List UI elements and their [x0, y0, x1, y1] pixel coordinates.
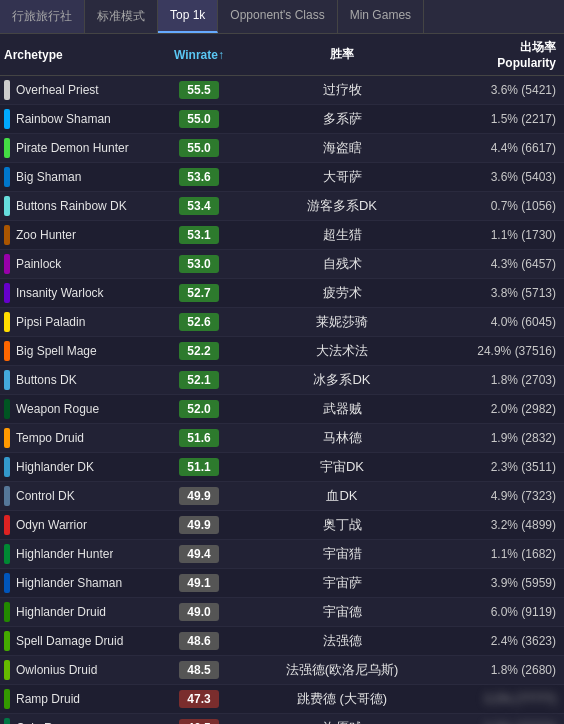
winrate-badge: 52.1 [179, 371, 219, 389]
winrate-cell: 51.6 [164, 429, 234, 447]
table-row[interactable]: Odyn Warrior49.9奥丁战3.2% (4899) [0, 511, 564, 540]
chinese-name-cell: 宇宙萨 [234, 574, 450, 592]
chinese-name-cell: 法强德(欧洛尼乌斯) [234, 661, 450, 679]
table-row[interactable]: Insanity Warlock52.7疲劳术3.8% (5713) [0, 279, 564, 308]
archetype-name: Odyn Warrior [16, 518, 87, 532]
winrate-cell: 49.9 [164, 487, 234, 505]
table-row[interactable]: Zoo Hunter53.1超生猎1.1% (1730) [0, 221, 564, 250]
table-row[interactable]: Painlock53.0自残术4.3% (6457) [0, 250, 564, 279]
table-row[interactable]: Owlonius Druid48.5法强德(欧洛尼乌斯)1.8% (2680) [0, 656, 564, 685]
table-row[interactable]: Highlander DK51.1宇宙DK2.3% (3511) [0, 453, 564, 482]
winrate-badge: 49.9 [179, 516, 219, 534]
table-row[interactable]: Highlander Druid49.0宇宙德6.0% (9119) [0, 598, 564, 627]
archetype-name: Painlock [16, 257, 61, 271]
color-bar [4, 138, 10, 158]
tab-opponent-class[interactable]: Opponent's Class [218, 0, 337, 33]
chinese-name-cell: 大法术法 [234, 342, 450, 360]
color-bar [4, 718, 10, 724]
archetype-cell: Zoo Hunter [4, 225, 164, 245]
popularity-cell: 3.6% (5421) [450, 83, 560, 97]
winrate-cell: 53.4 [164, 197, 234, 215]
color-bar [4, 399, 10, 419]
color-bar [4, 660, 10, 680]
winrate-badge: 55.0 [179, 139, 219, 157]
header-chinese: 胜率 [234, 46, 450, 63]
archetype-name: Highlander Shaman [16, 576, 122, 590]
tab-standard[interactable]: 标准模式 [85, 0, 158, 33]
winrate-cell: 53.0 [164, 255, 234, 273]
table-row[interactable]: Coin Rogue46.5许愿贼3.2% (?????) [0, 714, 564, 724]
color-bar [4, 370, 10, 390]
popularity-cell: 3.6% (5403) [450, 170, 560, 184]
popularity-cell: 3.9% (5959) [450, 576, 560, 590]
color-bar [4, 312, 10, 332]
winrate-badge: 52.7 [179, 284, 219, 302]
table-header: Archetype Winrate↑ 胜率 出场率Popularity [0, 34, 564, 76]
winrate-badge: 53.1 [179, 226, 219, 244]
chinese-name-cell: 游客多系DK [234, 197, 450, 215]
popularity-cell: 4.3% (6457) [450, 257, 560, 271]
winrate-badge: 48.5 [179, 661, 219, 679]
archetype-cell: Insanity Warlock [4, 283, 164, 303]
winrate-badge: 49.9 [179, 487, 219, 505]
table-row[interactable]: Pipsi Paladin52.6莱妮莎骑4.0% (6045) [0, 308, 564, 337]
table-row[interactable]: Big Shaman53.6大哥萨3.6% (5403) [0, 163, 564, 192]
table-row[interactable]: Tempo Druid51.6马林德1.9% (2832) [0, 424, 564, 453]
table-row[interactable]: Rainbow Shaman55.0多系萨1.5% (2217) [0, 105, 564, 134]
archetype-name: Control DK [16, 489, 75, 503]
winrate-cell: 53.6 [164, 168, 234, 186]
tab-travel-agency[interactable]: 行旅旅行社 [0, 0, 85, 33]
table-row[interactable]: Control DK49.9血DK4.9% (7323) [0, 482, 564, 511]
chinese-name-cell: 许愿贼 [234, 719, 450, 724]
table-row[interactable]: Spell Damage Druid48.6法强德2.4% (3623) [0, 627, 564, 656]
archetype-name: Highlander Druid [16, 605, 106, 619]
archetype-cell: Ramp Druid [4, 689, 164, 709]
popularity-cell: 4.4% (6617) [450, 141, 560, 155]
tab-top1k[interactable]: Top 1k [158, 0, 218, 33]
popularity-cell: 2.3% (3511) [450, 460, 560, 474]
chinese-name-cell: 自残术 [234, 255, 450, 273]
winrate-cell: 49.1 [164, 574, 234, 592]
chinese-name-cell: 武器贼 [234, 400, 450, 418]
winrate-cell: 49.0 [164, 603, 234, 621]
table-row[interactable]: Weapon Rogue52.0武器贼2.0% (2982) [0, 395, 564, 424]
table-row[interactable]: Buttons DK52.1冰多系DK1.8% (2703) [0, 366, 564, 395]
table-row[interactable]: Pirate Demon Hunter55.0海盗瞎4.4% (6617) [0, 134, 564, 163]
table-row[interactable]: Overheal Priest55.5过疗牧3.6% (5421) [0, 76, 564, 105]
popularity-cell: 3.2% (4899) [450, 518, 560, 532]
winrate-badge: 52.2 [179, 342, 219, 360]
archetype-name: Weapon Rogue [16, 402, 99, 416]
chinese-name-cell: 过疗牧 [234, 81, 450, 99]
winrate-cell: 55.0 [164, 139, 234, 157]
winrate-cell: 52.7 [164, 284, 234, 302]
popularity-cell: 1.5% (2217) [450, 112, 560, 126]
header-winrate: Winrate↑ [164, 48, 234, 62]
table-row[interactable]: Highlander Shaman49.1宇宙萨3.9% (5959) [0, 569, 564, 598]
archetype-name: Big Spell Mage [16, 344, 97, 358]
tab-min-games[interactable]: Min Games [338, 0, 424, 33]
popularity-cell: 1.9% (2832) [450, 431, 560, 445]
winrate-badge: 53.4 [179, 197, 219, 215]
chinese-name-cell: 海盗瞎 [234, 139, 450, 157]
color-bar [4, 631, 10, 651]
color-bar [4, 254, 10, 274]
archetype-name: Overheal Priest [16, 83, 99, 97]
chinese-name-cell: 血DK [234, 487, 450, 505]
archetype-name: Spell Damage Druid [16, 634, 123, 648]
archetype-name: Buttons Rainbow DK [16, 199, 127, 213]
archetype-cell: Big Shaman [4, 167, 164, 187]
winrate-cell: 49.9 [164, 516, 234, 534]
popularity-cell: 2.0% (2982) [450, 402, 560, 416]
winrate-cell: 47.3 [164, 690, 234, 708]
color-bar [4, 515, 10, 535]
winrate-badge: 49.4 [179, 545, 219, 563]
table-row[interactable]: Buttons Rainbow DK53.4游客多系DK0.7% (1056) [0, 192, 564, 221]
archetype-cell: Big Spell Mage [4, 341, 164, 361]
chinese-name-cell: 大哥萨 [234, 168, 450, 186]
table-row[interactable]: Big Spell Mage52.2大法术法24.9% (37516) [0, 337, 564, 366]
table-row[interactable]: Highlander Hunter49.4宇宙猎1.1% (1682) [0, 540, 564, 569]
archetype-cell: Rainbow Shaman [4, 109, 164, 129]
winrate-badge: 55.0 [179, 110, 219, 128]
table-row[interactable]: Ramp Druid47.3跳费德 (大哥德)3.2% (?????) [0, 685, 564, 714]
winrate-badge: 51.1 [179, 458, 219, 476]
